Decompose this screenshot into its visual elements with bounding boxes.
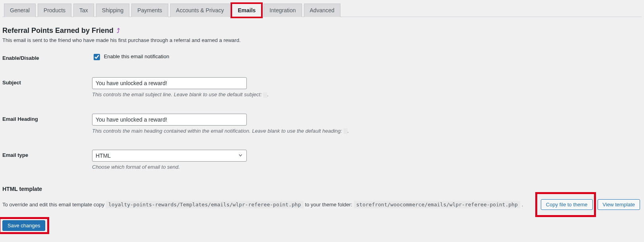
heading-default-placeholder	[344, 128, 348, 134]
email-heading-input[interactable]	[92, 114, 247, 126]
tab-general[interactable]: General	[4, 4, 36, 17]
subject-default-placeholder	[263, 92, 267, 98]
email-type-select[interactable]: HTML	[92, 150, 247, 162]
page-description: This email is sent to the friend who hav…	[2, 37, 642, 43]
html-template-title: HTML template	[2, 186, 642, 192]
label-enable-disable: Enable/Disable	[2, 53, 92, 61]
subject-input[interactable]	[92, 77, 247, 89]
view-template-button[interactable]: View template	[598, 199, 640, 210]
subject-help: This controls the email subject line. Le…	[92, 91, 642, 98]
tab-accounts-privacy[interactable]: Accounts & Privacy	[170, 4, 230, 17]
email-type-value: HTML	[96, 152, 111, 159]
template-text-after: .	[522, 202, 523, 208]
tab-advanced[interactable]: Advanced	[304, 4, 340, 17]
save-changes-button[interactable]: Save changes	[2, 220, 45, 231]
tab-integration[interactable]: Integration	[263, 4, 302, 17]
label-email-type: Email type	[2, 150, 92, 158]
page-title-text: Referral Points Earned by Friend	[2, 27, 113, 35]
template-text-mid: to your theme folder:	[305, 202, 352, 208]
enable-notification-text: Enable this email notification	[104, 53, 169, 59]
chevron-down-icon	[238, 152, 243, 159]
email-type-help: Choose which format of email to send.	[92, 164, 642, 170]
label-subject: Subject	[2, 77, 92, 86]
tab-products[interactable]: Products	[38, 4, 71, 17]
email-heading-help: This controls the main heading contained…	[92, 128, 642, 134]
template-source-path: loyalty-points-rewards/Templates/emails/…	[106, 201, 303, 208]
tab-tax[interactable]: Tax	[73, 4, 94, 17]
page-title: Referral Points Earned by Friend ⤴	[2, 27, 642, 35]
tab-emails[interactable]: Emails	[232, 4, 261, 17]
back-link-icon[interactable]: ⤴	[117, 27, 120, 34]
enable-notification-checkbox[interactable]	[94, 54, 100, 60]
label-email-heading: Email Heading	[2, 114, 92, 122]
enable-notification-label[interactable]: Enable this email notification	[92, 53, 169, 59]
template-text-before: To override and edit this email template…	[2, 202, 104, 208]
settings-tabs: General Products Tax Shipping Payments A…	[2, 0, 642, 17]
template-target-path: storefront/woocommerce/emails/wlpr-refer…	[354, 201, 520, 208]
tab-shipping[interactable]: Shipping	[96, 4, 130, 17]
copy-file-to-theme-button[interactable]: Copy file to theme	[541, 199, 593, 210]
tab-payments[interactable]: Payments	[131, 4, 168, 17]
